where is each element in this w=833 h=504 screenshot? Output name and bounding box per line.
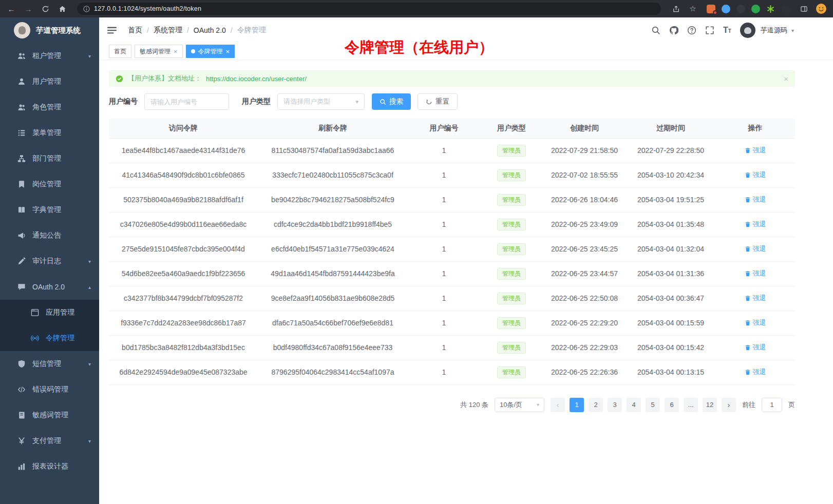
pager-page-button[interactable]: 2	[589, 398, 603, 412]
doc-alert: 【用户体系】文档地址： https://doc.iocoder.cn/user-…	[109, 70, 795, 87]
breadcrumb-item[interactable]: 首页	[128, 26, 142, 35]
user-id-cell: 1	[408, 335, 480, 360]
share-icon[interactable]	[671, 4, 681, 14]
create-time-cell: 2022-06-25 23:49:09	[543, 212, 626, 237]
github-icon[interactable]	[669, 26, 678, 35]
page-size-select[interactable]: 10条/页 ▾	[495, 398, 544, 412]
alert-close-icon[interactable]: ×	[784, 74, 788, 83]
extension-icon[interactable]	[707, 5, 715, 13]
site-info-icon[interactable]	[83, 6, 90, 12]
active-tab-dot	[191, 49, 195, 53]
notice-icon	[17, 231, 26, 240]
search-button[interactable]: 搜索	[372, 93, 411, 110]
user-avatar[interactable]	[740, 23, 755, 38]
tab-home[interactable]: 首页	[109, 45, 131, 58]
extension-icon[interactable]	[751, 5, 760, 13]
user-type-badge: 管理员	[497, 317, 526, 329]
pager-page-button[interactable]: 5	[646, 398, 660, 412]
force-logout-button[interactable]: 强退	[745, 170, 766, 180]
sidebar-item-label: 菜单管理	[32, 128, 61, 138]
doc-link[interactable]: https://doc.iocoder.cn/user-center/	[206, 75, 307, 83]
breadcrumb-separator: /	[147, 26, 149, 34]
sidebar-item-sms[interactable]: 短信管理▾	[0, 351, 99, 377]
browser-profile-avatar[interactable]	[816, 3, 827, 14]
help-icon[interactable]	[687, 26, 696, 35]
force-logout-button[interactable]: 强退	[745, 195, 766, 204]
pager-page-button[interactable]: 6	[665, 398, 679, 412]
sidebar-item-label: 应用管理	[46, 308, 74, 317]
pager-page-button[interactable]: 12	[703, 398, 717, 412]
sidebar-item-tenant[interactable]: 租户管理▾	[0, 43, 99, 69]
action-cell: 强退	[715, 163, 795, 187]
hamburger-icon[interactable]	[107, 25, 117, 35]
trash-icon	[745, 147, 751, 153]
pager-page-button[interactable]: 4	[627, 398, 641, 412]
reset-button[interactable]: 重置	[418, 93, 458, 110]
breadcrumb-item[interactable]: 系统管理	[154, 26, 182, 35]
home-button[interactable]	[57, 4, 67, 14]
user-id-cell: 1	[408, 311, 480, 335]
forward-button[interactable]: →	[23, 4, 33, 14]
refresh-token-cell: 49d1aa46d1454fbd87591444423be9fa	[258, 261, 408, 286]
tab-token[interactable]: 令牌管理×	[186, 45, 235, 58]
font-size-icon[interactable]: TT	[723, 26, 731, 34]
search-icon[interactable]	[651, 26, 660, 35]
pagination: 共 120 条 10条/页 ▾ ‹123456...12› 前往 页	[109, 398, 795, 412]
sidebar-item-post[interactable]: 岗位管理	[0, 171, 99, 197]
column-header: 访问令牌	[109, 119, 258, 138]
sidebar-item-dept[interactable]: 部门管理	[0, 146, 99, 171]
force-logout-button[interactable]: 强退	[745, 294, 766, 303]
back-button[interactable]: ←	[6, 4, 16, 14]
force-logout-button[interactable]: 强退	[745, 269, 766, 278]
fullscreen-icon[interactable]	[705, 26, 714, 35]
trash-icon	[745, 270, 751, 277]
extension-icon[interactable]	[736, 5, 745, 13]
sidebar-item-user[interactable]: 用户管理	[0, 69, 99, 94]
breadcrumb-item[interactable]: OAuth 2.0	[194, 26, 226, 34]
sidebar-item-dict[interactable]: 字典管理	[0, 197, 99, 223]
sidebar-item-error-code[interactable]: 错误码管理	[0, 377, 99, 402]
sidebar-item-report-designer[interactable]: 报表设计器	[0, 454, 99, 479]
username[interactable]: 芋道源码	[761, 26, 787, 35]
side-panel-icon[interactable]	[799, 4, 809, 14]
goto-page-input[interactable]	[762, 398, 782, 412]
close-icon[interactable]: ×	[174, 48, 178, 55]
extension-icon[interactable]	[781, 5, 790, 13]
pager-next-button[interactable]: ›	[722, 398, 736, 412]
app-shell: 芋道管理系统 租户管理▾用户管理角色管理菜单管理部门管理岗位管理字典管理通知公告…	[0, 17, 833, 504]
sidebar-item-notice[interactable]: 通知公告	[0, 223, 99, 248]
force-logout-button[interactable]: 强退	[745, 220, 766, 229]
force-logout-button[interactable]: 强退	[745, 146, 766, 155]
sidebar-item-oauth2-token[interactable]: 令牌管理	[0, 325, 99, 351]
extension-icon[interactable]	[722, 5, 730, 13]
user-type-select[interactable]: 请选择用户类型 ▾	[277, 93, 365, 110]
pager-page-button[interactable]: 3	[608, 398, 622, 412]
user-type-badge: 管理员	[497, 145, 526, 157]
force-logout-button[interactable]: 强退	[745, 343, 766, 352]
tab-sensitive-word[interactable]: 敏感词管理×	[135, 45, 183, 58]
sidebar-item-menu[interactable]: 菜单管理	[0, 120, 99, 146]
sidebar-item-sensitive-word[interactable]: 敏感词管理	[0, 402, 99, 428]
reload-button[interactable]	[40, 4, 50, 14]
sidebar-item-oauth2-app[interactable]: 应用管理	[0, 300, 99, 325]
chevron-down-icon[interactable]: ▾	[791, 28, 794, 33]
app-logo[interactable]: 芋道管理系统	[0, 17, 99, 43]
sidebar-item-role[interactable]: 角色管理	[0, 94, 99, 120]
sidebar-item-pay[interactable]: 支付管理▾	[0, 428, 99, 454]
create-time-cell: 2022-06-25 22:29:20	[543, 311, 626, 335]
force-logout-button[interactable]: 强退	[745, 367, 766, 377]
force-logout-button[interactable]: 强退	[745, 244, 766, 254]
close-icon[interactable]: ×	[226, 48, 230, 55]
logo-avatar	[14, 22, 30, 38]
sidebar-item-audit-log[interactable]: 审计日志▾	[0, 248, 99, 274]
user-id-input[interactable]	[144, 93, 229, 110]
address-bar[interactable]: 127.0.0.1:1024/system/oauth2/token	[77, 3, 661, 15]
expire-time-cell: 2054-03-04 19:51:25	[626, 187, 715, 212]
force-logout-button[interactable]: 强退	[745, 318, 766, 327]
sidebar-item-oauth2[interactable]: OAuth 2.0▴	[0, 274, 99, 300]
extension-icon[interactable]	[766, 5, 775, 13]
user-type-cell: 管理员	[480, 311, 543, 335]
bookmark-star-icon[interactable]: ☆	[688, 4, 698, 14]
pager-prev-button[interactable]: ‹	[551, 398, 565, 412]
pager-page-button[interactable]: 1	[570, 398, 584, 412]
